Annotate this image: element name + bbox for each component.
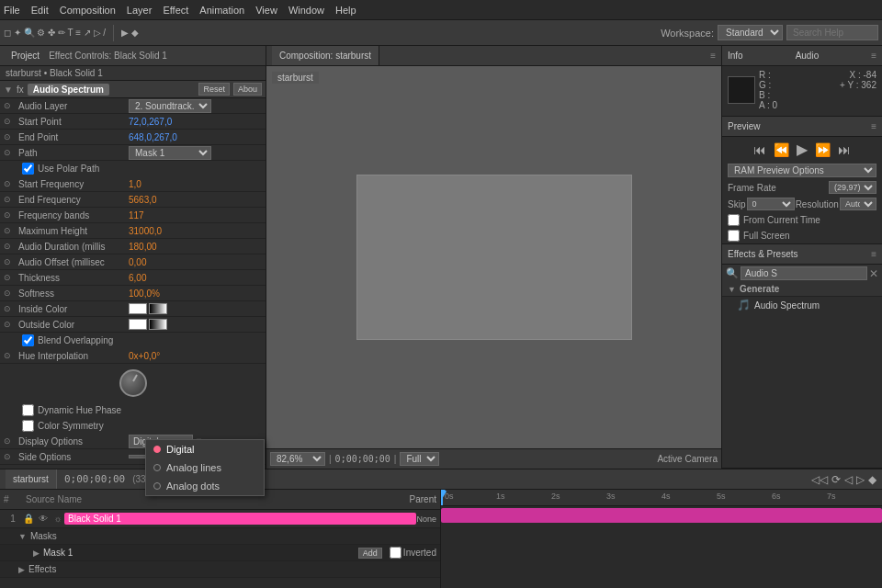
skip-forward-button[interactable]: ⏭ xyxy=(836,142,853,157)
effects-presets-tab[interactable]: Effects & Presets xyxy=(728,249,798,259)
layer-lock-icon[interactable]: 🔒 xyxy=(22,514,35,524)
effects-search-input[interactable] xyxy=(741,266,867,280)
comp-tab[interactable]: Composition: starburst xyxy=(272,46,379,65)
step-forward-button[interactable]: ⏩ xyxy=(813,142,832,157)
skip-back-button[interactable]: ⏮ xyxy=(752,142,768,157)
dropdown-item-digital[interactable]: Digital xyxy=(146,440,264,458)
ruler-0s: 0s xyxy=(445,492,454,501)
tl-btn-2[interactable]: ⟳ xyxy=(831,473,841,486)
tl-btn-5[interactable]: ◆ xyxy=(868,473,876,486)
softness-value[interactable]: 100,0% xyxy=(129,288,262,299)
tl-btn-4[interactable]: ▷ xyxy=(856,473,865,486)
prop-max-height: ⊙ Maximum Height 31000,0 xyxy=(0,223,266,239)
outside-color-swatch[interactable] xyxy=(129,319,147,330)
menu-edit[interactable]: Edit xyxy=(31,5,49,16)
menu-view[interactable]: View xyxy=(255,5,277,16)
menu-animation[interactable]: Animation xyxy=(199,5,244,16)
menu-effect[interactable]: Effect xyxy=(163,5,188,16)
play-button[interactable]: ▶ xyxy=(795,141,809,158)
resolution-select[interactable]: Auto xyxy=(840,198,876,210)
effects-expand[interactable]: ▶ xyxy=(18,565,25,574)
audio-layer-select[interactable]: 2. Soundtrack.aif xyxy=(129,99,211,113)
timecode-display: 0;00;00;00 xyxy=(335,454,390,464)
inside-color-gradient[interactable] xyxy=(149,303,167,314)
hue-knob[interactable] xyxy=(119,369,147,397)
thickness-value[interactable]: 6,00 xyxy=(129,273,262,283)
start-freq-value[interactable]: 1,0 xyxy=(129,179,262,189)
active-camera-label: Active Camera xyxy=(657,454,718,464)
freq-bands-value[interactable]: 117 xyxy=(129,210,262,220)
hue-interp-value[interactable]: 0x+0,0° xyxy=(129,351,262,361)
effects-item-audio-spectrum[interactable]: 🎵 Audio Spectrum xyxy=(722,297,882,313)
audio-tab[interactable]: Audio xyxy=(796,51,820,61)
path-select[interactable]: Mask 1 xyxy=(129,146,211,160)
resolution-label: Resolution xyxy=(796,199,839,209)
use-polar-path-checkbox[interactable] xyxy=(22,163,34,175)
dropdown-item-analog-dots[interactable]: Analog dots xyxy=(146,477,264,495)
ram-preview-select[interactable]: RAM Preview Options xyxy=(728,164,876,177)
effects-search-row: 🔍 ✕ xyxy=(722,265,882,282)
effects-search-clear-button[interactable]: ✕ xyxy=(869,267,878,280)
masks-expand[interactable]: ▼ xyxy=(18,532,27,541)
menu-composition[interactable]: Composition xyxy=(60,5,116,16)
preview-skip-row: Skip 0 Resolution Auto xyxy=(722,196,882,212)
end-point-value[interactable]: 648,0,267,0 xyxy=(129,132,262,142)
audio-offset-value[interactable]: 0,00 xyxy=(129,257,262,267)
zoom-select[interactable]: 82,6% xyxy=(270,452,325,466)
workspace-select[interactable]: Standard xyxy=(718,25,783,40)
prop-audio-duration: ⊙ Audio Duration (millis 180,00 xyxy=(0,239,266,254)
about-button[interactable]: Abou xyxy=(233,83,262,96)
start-point-value[interactable]: 72,0,267,0 xyxy=(129,117,262,127)
full-screen-checkbox[interactable] xyxy=(728,230,740,242)
expand-arrow[interactable]: ▼ xyxy=(728,285,736,294)
timeline-tab[interactable]: starburst xyxy=(6,469,57,489)
effects-options-btn[interactable]: ≡ xyxy=(871,249,876,259)
tl-btn-3[interactable]: ◁ xyxy=(844,473,853,486)
info-section: Info Audio ≡ R : G : B : A : 0 xyxy=(722,46,882,117)
menu-file[interactable]: File xyxy=(4,5,20,16)
inverted-label: Inverted xyxy=(403,548,436,558)
radio-digital xyxy=(153,446,161,453)
step-back-button[interactable]: ⏪ xyxy=(772,142,791,157)
ruler-4s: 4s xyxy=(662,492,671,501)
menu-window[interactable]: Window xyxy=(288,5,324,16)
layer-1-bar[interactable] xyxy=(441,508,882,523)
project-tab[interactable]: Project xyxy=(6,51,45,61)
preview-options-btn[interactable]: ≡ xyxy=(871,121,876,131)
playhead[interactable] xyxy=(441,490,443,505)
collapse-arrow[interactable]: ▼ xyxy=(4,85,13,95)
outside-color-gradient[interactable] xyxy=(149,319,167,330)
effect-name: Audio Spectrum xyxy=(28,84,109,96)
preview-tab[interactable]: Preview xyxy=(728,121,761,131)
inverted-checkbox[interactable] xyxy=(390,547,401,559)
comp-options-btn[interactable]: ≡ xyxy=(710,51,716,61)
tl-btn-1[interactable]: ◁◁ xyxy=(811,473,828,486)
from-current-checkbox[interactable] xyxy=(728,214,740,226)
end-freq-value[interactable]: 5663,0 xyxy=(129,195,262,205)
dynamic-hue-checkbox[interactable] xyxy=(22,404,34,416)
info-tab[interactable]: Info xyxy=(728,51,743,61)
mask-add-button[interactable]: Add xyxy=(358,548,382,559)
timeline-body: # Source Name Parent 1 🔒 👁 ☼ Black Solid… xyxy=(0,490,882,588)
audio-dur-value[interactable]: 180,00 xyxy=(129,242,262,252)
layer-name[interactable]: Black Solid 1 xyxy=(64,513,416,525)
blend-overlapping-checkbox[interactable] xyxy=(22,334,34,346)
inside-color-swatch[interactable] xyxy=(129,303,147,314)
menu-layer[interactable]: Layer xyxy=(127,5,153,16)
mask1-expand[interactable]: ▶ xyxy=(33,548,40,558)
menu-help[interactable]: Help xyxy=(335,5,356,16)
effect-controls-tab[interactable]: Effect Controls: Black Solid 1 xyxy=(49,51,167,61)
search-help-input[interactable] xyxy=(786,25,878,40)
skip-select[interactable]: 0 xyxy=(747,198,795,210)
reset-button[interactable]: Reset xyxy=(198,83,230,96)
frame-rate-select[interactable]: (29,97) xyxy=(829,181,876,194)
color-symmetry-checkbox[interactable] xyxy=(22,420,34,432)
info-options[interactable]: ≡ xyxy=(871,51,876,61)
starburst-label: starburst xyxy=(272,72,319,84)
dropdown-item-analog-lines[interactable]: Analog lines xyxy=(146,458,264,477)
timeline-track-area: 0s 1s 2s 3s 4s 5s 6s 7s 8s xyxy=(441,490,882,588)
layer-solo-icon[interactable]: ☼ xyxy=(51,514,64,524)
max-height-value[interactable]: 31000,0 xyxy=(129,226,262,236)
layer-eye-icon[interactable]: 👁 xyxy=(37,514,50,524)
color-mode-select[interactable]: Full xyxy=(400,452,439,466)
